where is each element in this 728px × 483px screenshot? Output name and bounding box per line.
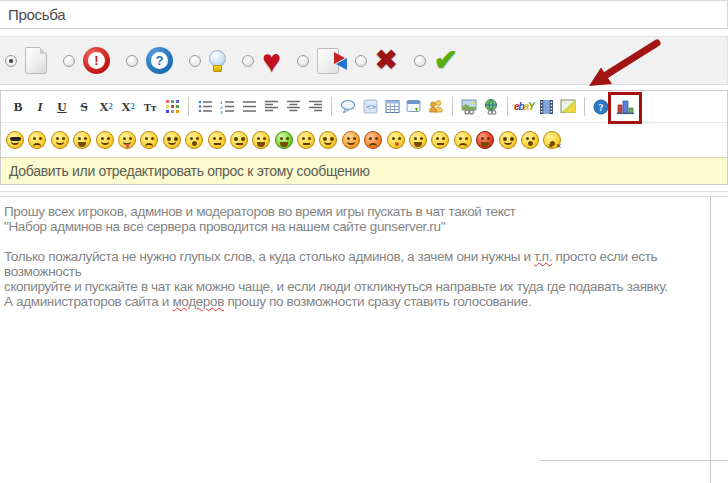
quote-icon xyxy=(340,99,356,114)
smiley-blush-icon[interactable] xyxy=(342,131,360,149)
poll-button[interactable] xyxy=(617,98,634,116)
poll-chart-icon xyxy=(617,99,634,115)
paragraph: Прошу всех игроков, админов и модераторо… xyxy=(4,204,706,234)
list-numbered-icon: 123 xyxy=(220,99,235,114)
quote-button[interactable] xyxy=(340,98,357,116)
list-bullet-button[interactable] xyxy=(197,98,214,116)
smiley-kiss-icon[interactable] xyxy=(387,131,405,149)
smiley-square-icon[interactable] xyxy=(431,131,449,149)
smiley-cool-icon[interactable] xyxy=(6,131,24,149)
image-link-button[interactable] xyxy=(461,98,478,116)
post-icon-option-transfer[interactable] xyxy=(297,48,339,74)
font-button[interactable]: Tт xyxy=(142,98,159,116)
video-icon xyxy=(539,99,554,115)
post-icon-option-question[interactable]: ? xyxy=(126,47,173,74)
add-poll-bar[interactable]: Добавить или отредактировать опрос к это… xyxy=(1,157,727,184)
post-icon-radio-heart[interactable] xyxy=(242,55,254,67)
toolbar-separator xyxy=(507,97,508,116)
smiley-rolleyes-icon[interactable] xyxy=(230,131,248,149)
smiley-laugh-icon[interactable] xyxy=(409,131,427,149)
toolbar-separator xyxy=(584,97,585,116)
misspelled-word: т.п. xyxy=(534,249,552,264)
post-icon-option-exclamation[interactable]: ! xyxy=(63,47,110,74)
toolbar-separator xyxy=(452,97,453,116)
paragraph: Только пожалуйста не нужно глупых слов, … xyxy=(4,249,706,309)
post-icon-radio-cross[interactable] xyxy=(355,55,367,67)
text-line: Только пожалуйста не нужно глупых слов, … xyxy=(4,249,706,279)
smiley-biggrin-icon[interactable] xyxy=(73,131,91,149)
video-button[interactable] xyxy=(538,98,555,116)
align-left-button[interactable] xyxy=(263,98,280,116)
ebay-button[interactable]: ebaY xyxy=(516,98,533,116)
text-line: Прошу всех игроков, админов и модераторо… xyxy=(4,204,706,219)
poll-button-wrap xyxy=(614,98,636,116)
post-icon-radio-exclamation[interactable] xyxy=(63,55,75,67)
message-body[interactable]: Прошу всех игроков, админов и модераторо… xyxy=(0,197,711,483)
align-left-icon xyxy=(264,99,279,114)
align-right-button[interactable] xyxy=(307,98,324,116)
post-icon-option-cross[interactable]: ✖ xyxy=(355,47,398,74)
smiley-wacko-icon[interactable] xyxy=(521,131,539,149)
smiley-smile-icon[interactable] xyxy=(51,131,69,149)
post-icon-radio-question[interactable] xyxy=(126,55,138,67)
spoiler-button[interactable] xyxy=(406,98,423,116)
strikethrough-button[interactable]: S xyxy=(76,98,93,116)
post-icon-radio-lightbulb[interactable] xyxy=(189,55,201,67)
cross-icon: ✖ xyxy=(375,47,398,74)
align-center-button[interactable] xyxy=(285,98,302,116)
text-line: А администраторов сайта и модеров прошу … xyxy=(4,294,706,309)
superscript-button[interactable]: X2 xyxy=(120,98,137,116)
list-numbered-button[interactable]: 123 xyxy=(219,98,236,116)
help-icon: ? xyxy=(593,99,609,115)
format-toolbar: B I U S X2 X2 Tт 123 <> ebaY xyxy=(1,91,727,122)
smiley-dead-icon[interactable] xyxy=(543,131,561,149)
italic-button[interactable]: I xyxy=(32,98,49,116)
transfer-icon xyxy=(317,48,339,74)
post-icon-radio-transfer[interactable] xyxy=(297,55,309,67)
smiley-sick-icon[interactable] xyxy=(275,131,293,149)
smiley-upset-icon[interactable] xyxy=(454,131,472,149)
smiley-mad-icon[interactable] xyxy=(364,131,382,149)
smiley-hmm-icon[interactable] xyxy=(208,131,226,149)
post-icon-option-heart[interactable]: ♥ xyxy=(242,48,281,74)
image-link-icon xyxy=(461,99,478,115)
align-right-icon xyxy=(308,99,323,114)
underline-button[interactable]: U xyxy=(54,98,71,116)
smiley-angry-icon[interactable] xyxy=(140,131,158,149)
svg-text:3: 3 xyxy=(220,110,223,114)
subscript-button[interactable]: X2 xyxy=(98,98,115,116)
post-icon-radio-document[interactable] xyxy=(5,55,17,67)
toolbar-separator xyxy=(188,97,189,116)
smiley-shifty-icon[interactable] xyxy=(319,131,337,149)
post-icon-radio-check[interactable] xyxy=(414,55,426,67)
lightbulb-icon xyxy=(209,50,226,72)
help-button[interactable]: ? xyxy=(593,98,610,116)
code-button[interactable]: <> xyxy=(362,98,379,116)
topic-title-input[interactable] xyxy=(0,1,727,28)
post-icon-option-document[interactable] xyxy=(5,47,47,74)
code-icon: <> xyxy=(363,99,378,114)
smiley-sleep-icon[interactable] xyxy=(297,131,315,149)
post-icon-option-check[interactable]: ✔ xyxy=(414,47,458,74)
smiley-wink-icon[interactable] xyxy=(96,131,114,149)
color-palette-button[interactable] xyxy=(164,98,181,116)
user-link-button[interactable] xyxy=(428,98,445,116)
divider xyxy=(0,191,728,192)
url-link-button[interactable] xyxy=(483,98,500,116)
message-area-bottom-border xyxy=(540,460,728,461)
smiley-stare-icon[interactable] xyxy=(499,131,517,149)
spoiler-icon xyxy=(406,99,422,114)
smiley-tongue-icon[interactable] xyxy=(118,131,136,149)
exclamation-icon: ! xyxy=(83,47,110,74)
post-icon-list: !?♥✖✔ xyxy=(0,36,728,85)
media-button[interactable] xyxy=(560,98,577,116)
align-justify-button[interactable] xyxy=(241,98,258,116)
smiley-confused-icon[interactable] xyxy=(28,131,46,149)
bold-button[interactable]: B xyxy=(10,98,27,116)
smiley-devil-icon[interactable] xyxy=(476,131,494,149)
smiley-eek-icon[interactable] xyxy=(163,131,181,149)
table-button[interactable] xyxy=(384,98,401,116)
smiley-grin-icon[interactable] xyxy=(252,131,270,149)
post-icon-option-lightbulb[interactable] xyxy=(189,50,226,72)
smiley-shocked-icon[interactable] xyxy=(185,131,203,149)
